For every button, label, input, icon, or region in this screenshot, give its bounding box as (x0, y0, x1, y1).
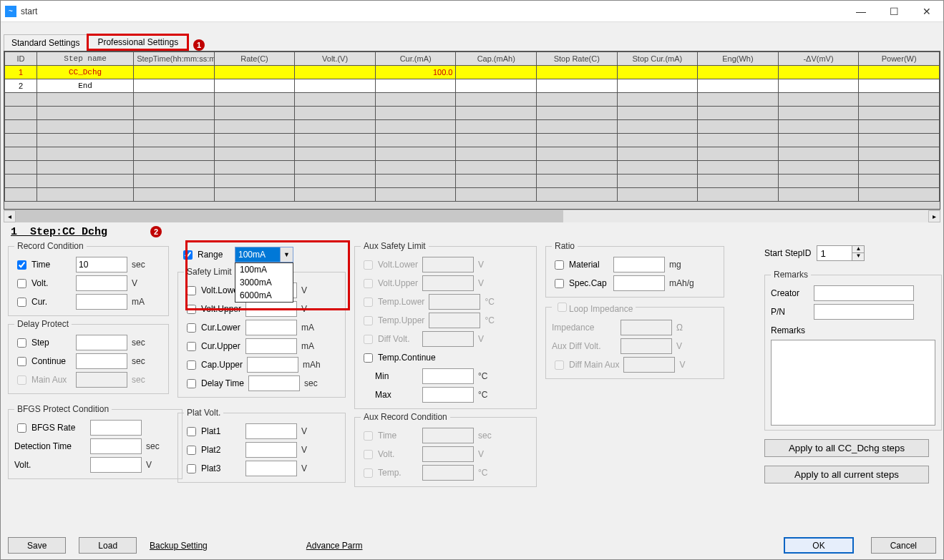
plat3-input[interactable] (245, 461, 297, 476)
close-button[interactable]: ✕ (910, 1, 943, 22)
safety-curupper-checkbox[interactable]: Cur.Upper (184, 340, 241, 353)
loop-impedance-input (621, 320, 672, 335)
auxrec-temp-input (422, 465, 474, 481)
creator-input[interactable] (814, 285, 914, 301)
dropdown-arrow-icon[interactable]: ▼ (281, 247, 293, 262)
grid-header[interactable]: Stop Cur.(mA) (617, 52, 698, 66)
start-stepid-spinner[interactable]: ▲▼ (817, 245, 865, 261)
save-button[interactable]: Save (8, 537, 66, 554)
grid-header[interactable]: Rate(C) (214, 52, 295, 66)
scrollbar-thumb[interactable] (16, 210, 563, 222)
safety-capupper-checkbox[interactable]: Cap.Upper (184, 358, 243, 372)
window-title: start (21, 6, 37, 16)
aux-diffvolt-checkbox: Diff Volt. (361, 333, 418, 346)
range-options: 100mA 3000mA 6000mA (235, 262, 293, 303)
record-volt-input[interactable] (76, 275, 127, 291)
safety-voltlower-checkbox[interactable]: Volt.Lower (184, 284, 241, 298)
record-cur-input[interactable] (76, 294, 127, 310)
cancel-button[interactable]: Cancel (871, 537, 936, 554)
table-row[interactable]: 2End (5, 79, 940, 93)
range-checkbox[interactable]: Range (180, 248, 230, 262)
plat1-checkbox[interactable]: Plat1 (184, 425, 241, 438)
apply-all-dchg-button[interactable]: Apply to all CC_Dchg steps (764, 439, 929, 457)
grid-header[interactable]: ID (5, 52, 37, 66)
bfgs-volt-input[interactable] (90, 457, 142, 473)
scroll-right-button[interactable]: ▸ (928, 210, 940, 222)
safety-curupper-input[interactable] (245, 338, 297, 354)
spin-down-icon[interactable]: ▼ (852, 253, 864, 260)
grid-header[interactable]: Eng(Wh) (698, 52, 779, 66)
load-button[interactable]: Load (79, 537, 137, 554)
aux-min-input[interactable] (422, 368, 474, 384)
record-time-checkbox[interactable]: Time (14, 258, 72, 272)
range-dropdown[interactable]: 100mA ▼ 100mA 3000mA 6000mA (235, 247, 293, 262)
ratio-material-checkbox[interactable]: Material (552, 258, 609, 272)
delay-step-checkbox[interactable]: Step (14, 336, 72, 350)
grid-header[interactable]: Volt.(V) (295, 52, 376, 66)
safety-curlower-checkbox[interactable]: Cur.Lower (184, 321, 241, 335)
grid-header[interactable]: Cap.(mAh) (456, 52, 537, 66)
grid-horizontal-scrollbar[interactable]: ◂ ▸ (4, 210, 940, 222)
table-row-empty (5, 161, 940, 175)
range-selected[interactable]: 100mA (235, 247, 281, 262)
aux-max-input[interactable] (422, 387, 474, 403)
range-option-100ma[interactable]: 100mA (235, 263, 293, 276)
auxrec-volt-input (422, 446, 474, 462)
table-row-empty (5, 107, 940, 120)
ratio-material-input[interactable] (613, 257, 665, 272)
minimize-button[interactable]: — (845, 1, 877, 22)
advance-parm-link[interactable]: Advance Parm (306, 541, 363, 551)
table-row-empty (5, 134, 940, 147)
ok-button[interactable]: OK (784, 537, 853, 554)
table-row-empty (5, 93, 940, 107)
grid-header[interactable]: -ΔV(mV) (778, 52, 859, 66)
ratio-speccap-checkbox[interactable]: Spec.Cap (552, 277, 609, 290)
ratio-speccap-input[interactable] (613, 275, 665, 291)
delay-protect-legend: Delay Protect (14, 319, 72, 329)
app-window: ~ start — ☐ ✕ Standard Settings Professi… (0, 0, 944, 560)
form-area: Record Condition Time sec Volt. V Cur. m… (1, 241, 943, 487)
record-cur-checkbox[interactable]: Cur. (14, 295, 72, 309)
aux-record-group: Aux Record Condition Timesec Volt.V Temp… (354, 412, 537, 487)
aux-tempcontinue-checkbox[interactable]: Temp.Continue (361, 351, 447, 365)
safety-voltupper-input[interactable] (245, 301, 297, 317)
range-option-6000ma[interactable]: 6000mA (235, 289, 293, 302)
safety-delaytime-checkbox[interactable]: Delay Time (184, 377, 244, 390)
delay-continue-input[interactable] (76, 353, 127, 369)
scroll-left-button[interactable]: ◂ (4, 210, 16, 222)
grid-header[interactable]: Power(W) (859, 52, 940, 66)
grid-header[interactable]: Cur.(mA) (375, 52, 456, 66)
bfgs-rate-checkbox[interactable]: BFGS Rate (14, 421, 86, 435)
grid-header[interactable]: Step name (37, 52, 134, 66)
aux-tempupper-checkbox: Temp.Upper (361, 314, 424, 328)
plat2-input[interactable] (245, 442, 297, 458)
range-option-3000ma[interactable]: 3000mA (235, 276, 293, 289)
safety-delaytime-input[interactable] (248, 375, 300, 391)
pn-input[interactable] (814, 304, 914, 320)
record-time-input[interactable] (76, 257, 127, 272)
start-stepid-label: Start StepID (764, 248, 811, 258)
safety-curlower-input[interactable] (245, 320, 297, 335)
record-volt-checkbox[interactable]: Volt. (14, 277, 72, 290)
start-stepid-input[interactable] (817, 245, 852, 261)
bfgs-rate-input[interactable] (90, 420, 142, 436)
plat3-checkbox[interactable]: Plat3 (184, 462, 241, 476)
safety-voltupper-checkbox[interactable]: Volt.Upper (184, 303, 241, 316)
plat2-checkbox[interactable]: Plat2 (184, 443, 241, 457)
tab-standard-settings[interactable]: Standard Settings (4, 34, 87, 51)
apply-all-current-button[interactable]: Apply to all current steps (764, 466, 929, 483)
backup-setting-link[interactable]: Backup Setting (150, 541, 208, 551)
remarks-textarea[interactable] (771, 340, 935, 426)
maximize-button[interactable]: ☐ (877, 1, 910, 22)
tab-professional-settings[interactable]: Professional Settings (94, 34, 181, 50)
plat-volt-group: Plat Volt. Plat1V Plat2V Plat3V (177, 408, 346, 483)
safety-capupper-input[interactable] (247, 357, 298, 373)
delay-continue-checkbox[interactable]: Continue (14, 355, 72, 368)
grid-header[interactable]: StepTime(hh:mm:ss:ms) (134, 52, 215, 66)
remarks-label: Remarks (771, 325, 809, 335)
bfgs-detection-input[interactable] (90, 438, 142, 454)
plat1-input[interactable] (245, 423, 297, 439)
grid-header[interactable]: Stop Rate(C) (537, 52, 618, 66)
table-row[interactable]: 1CC_Dchg100.0 (5, 66, 940, 79)
delay-step-input[interactable] (76, 335, 127, 350)
